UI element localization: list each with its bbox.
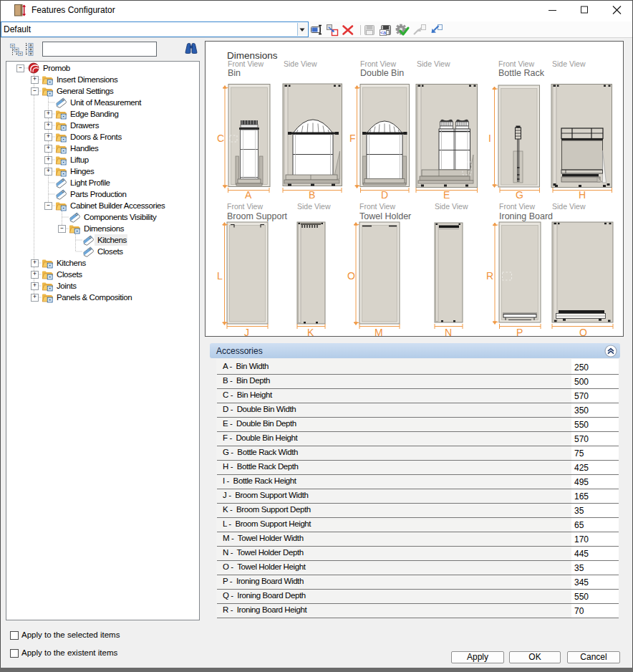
svg-text:A: A <box>245 189 252 201</box>
svg-text:J: J <box>244 327 249 336</box>
svg-text:Bin: Bin <box>228 68 241 78</box>
svg-text:O: O <box>347 270 355 282</box>
svg-text:Front View: Front View <box>498 59 534 68</box>
svg-text:E: E <box>443 189 450 201</box>
svg-text:P: P <box>516 327 523 336</box>
svg-text:Broom Support: Broom Support <box>227 211 288 221</box>
svg-text:Ironing Board: Ironing Board <box>499 211 553 221</box>
svg-text:M: M <box>375 327 383 336</box>
svg-text:Side View: Side View <box>552 202 586 211</box>
svg-text:Towel Holder: Towel Holder <box>359 211 411 221</box>
svg-text:L: L <box>217 270 223 282</box>
svg-text:R: R <box>486 270 493 282</box>
svg-text:Bottle Rack: Bottle Rack <box>498 68 545 78</box>
svg-text:Front View: Front View <box>360 59 396 68</box>
svg-text:Side View: Side View <box>417 59 450 68</box>
svg-text:K: K <box>307 327 314 336</box>
svg-text:F: F <box>349 133 356 144</box>
svg-text:H: H <box>579 189 586 201</box>
svg-text:Side View: Side View <box>552 59 586 68</box>
svg-text:N: N <box>445 327 452 336</box>
svg-text:<a: <a <box>380 30 386 35</box>
svg-text:D: D <box>381 189 388 201</box>
svg-text:Front View: Front View <box>228 59 264 68</box>
svg-text:I: I <box>488 133 491 144</box>
svg-text:Q: Q <box>579 327 587 336</box>
svg-text:G: G <box>516 189 523 201</box>
svg-text:Side View: Side View <box>297 202 331 211</box>
svg-text:Side View: Side View <box>435 202 468 211</box>
svg-text:Front View: Front View <box>499 202 535 211</box>
svg-text:C: C <box>217 133 224 144</box>
svg-text:Front View: Front View <box>359 202 395 211</box>
svg-text:Double Bin: Double Bin <box>360 68 404 78</box>
svg-text:Side View: Side View <box>284 59 317 68</box>
svg-text:B: B <box>309 189 315 201</box>
svg-text:Front View: Front View <box>227 202 263 211</box>
